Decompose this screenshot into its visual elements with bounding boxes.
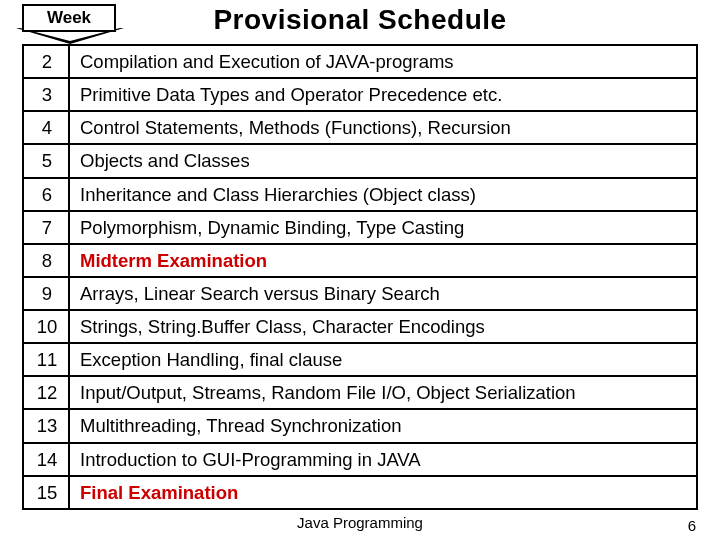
topic-cell: Midterm Examination: [69, 244, 697, 277]
topic-cell: Input/Output, Streams, Random File I/O, …: [69, 376, 697, 409]
week-number-cell: 10: [23, 310, 69, 343]
topic-cell: Arrays, Linear Search versus Binary Sear…: [69, 277, 697, 310]
week-number-cell: 4: [23, 111, 69, 144]
week-number-cell: 11: [23, 343, 69, 376]
week-number-cell: 7: [23, 211, 69, 244]
week-number-cell: 2: [23, 45, 69, 78]
topic-cell: Polymorphism, Dynamic Binding, Type Cast…: [69, 211, 697, 244]
week-number-cell: 6: [23, 178, 69, 211]
week-number-cell: 15: [23, 476, 69, 509]
table-row: 12Input/Output, Streams, Random File I/O…: [23, 376, 697, 409]
topic-cell: Multithreading, Thread Synchronization: [69, 409, 697, 442]
topic-cell: Primitive Data Types and Operator Preced…: [69, 78, 697, 111]
topic-cell: Control Statements, Methods (Functions),…: [69, 111, 697, 144]
table-row: 15Final Examination: [23, 476, 697, 509]
topic-cell: Objects and Classes: [69, 144, 697, 177]
footer-page-number: 6: [688, 517, 696, 534]
week-number-cell: 5: [23, 144, 69, 177]
table-row: 4Control Statements, Methods (Functions)…: [23, 111, 697, 144]
topic-cell: Inheritance and Class Hierarchies (Objec…: [69, 178, 697, 211]
schedule-table: 2Compilation and Execution of JAVA-progr…: [22, 44, 698, 510]
topic-cell: Final Examination: [69, 476, 697, 509]
week-number-cell: 9: [23, 277, 69, 310]
table-row: 8Midterm Examination: [23, 244, 697, 277]
week-number-cell: 12: [23, 376, 69, 409]
table-row: 9Arrays, Linear Search versus Binary Sea…: [23, 277, 697, 310]
table-row: 6Inheritance and Class Hierarchies (Obje…: [23, 178, 697, 211]
topic-cell: Exception Handling, final clause: [69, 343, 697, 376]
topic-cell: Strings, String.Buffer Class, Character …: [69, 310, 697, 343]
week-number-cell: 3: [23, 78, 69, 111]
topic-cell: Introduction to GUI-Programming in JAVA: [69, 443, 697, 476]
week-number-cell: 13: [23, 409, 69, 442]
table-row: 10Strings, String.Buffer Class, Characte…: [23, 310, 697, 343]
table-row: 5Objects and Classes: [23, 144, 697, 177]
table-row: 3Primitive Data Types and Operator Prece…: [23, 78, 697, 111]
topic-cell: Compilation and Execution of JAVA-progra…: [69, 45, 697, 78]
week-number-cell: 8: [23, 244, 69, 277]
table-row: 13Multithreading, Thread Synchronization: [23, 409, 697, 442]
table-row: 11Exception Handling, final clause: [23, 343, 697, 376]
footer: Java Programming 6: [0, 514, 720, 534]
table-row: 14Introduction to GUI-Programming in JAV…: [23, 443, 697, 476]
table-row: 7Polymorphism, Dynamic Binding, Type Cas…: [23, 211, 697, 244]
header: Week Provisional Schedule: [0, 0, 720, 44]
week-number-cell: 14: [23, 443, 69, 476]
week-column-label: Week: [22, 4, 116, 32]
footer-course-name: Java Programming: [0, 514, 720, 531]
table-row: 2Compilation and Execution of JAVA-progr…: [23, 45, 697, 78]
schedule-table-wrap: 2Compilation and Execution of JAVA-progr…: [22, 44, 698, 510]
